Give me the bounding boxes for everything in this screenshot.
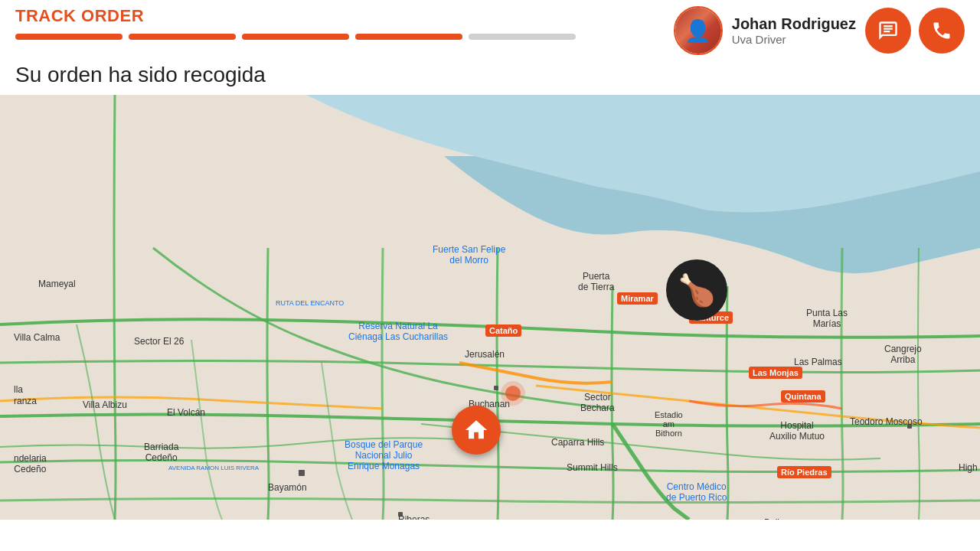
status-message: Su orden ha sido recogida	[0, 58, 980, 95]
message-icon	[877, 20, 899, 41]
action-buttons	[865, 8, 965, 54]
map[interactable]: RUTA DEL ENCANTO AVENIDA RAMON LUIS RIVE…	[0, 95, 980, 520]
driver-name: Johan Rodriguez	[732, 15, 856, 33]
svg-rect-3	[398, 512, 403, 517]
home-icon	[463, 417, 489, 443]
driver-location-marker: 🍗	[666, 259, 727, 321]
driver-info: 👤 Johan Rodriguez Uva Driver	[674, 6, 965, 55]
message-button[interactable]	[865, 8, 911, 54]
progress-segment-3	[242, 34, 349, 40]
destination-ping	[505, 386, 521, 401]
svg-rect-1	[299, 470, 305, 476]
driver-details: Johan Rodriguez Uva Driver	[732, 15, 856, 46]
progress-segment-1	[15, 34, 122, 40]
svg-rect-2	[494, 386, 498, 390]
phone-icon	[931, 20, 952, 41]
home-marker[interactable]	[452, 406, 501, 455]
svg-text:RUTA DEL ENCANTO: RUTA DEL ENCANTO	[276, 299, 344, 307]
call-button[interactable]	[919, 8, 965, 54]
progress-segment-5	[469, 34, 576, 40]
progress-segment-4	[355, 34, 462, 40]
svg-rect-4	[907, 424, 912, 429]
progress-segment-2	[129, 34, 236, 40]
driver-role: Uva Driver	[732, 33, 856, 46]
driver-avatar: 👤	[674, 6, 723, 55]
svg-text:AVENIDA RAMON LUIS RIVERA: AVENIDA RAMON LUIS RIVERA	[168, 465, 260, 471]
